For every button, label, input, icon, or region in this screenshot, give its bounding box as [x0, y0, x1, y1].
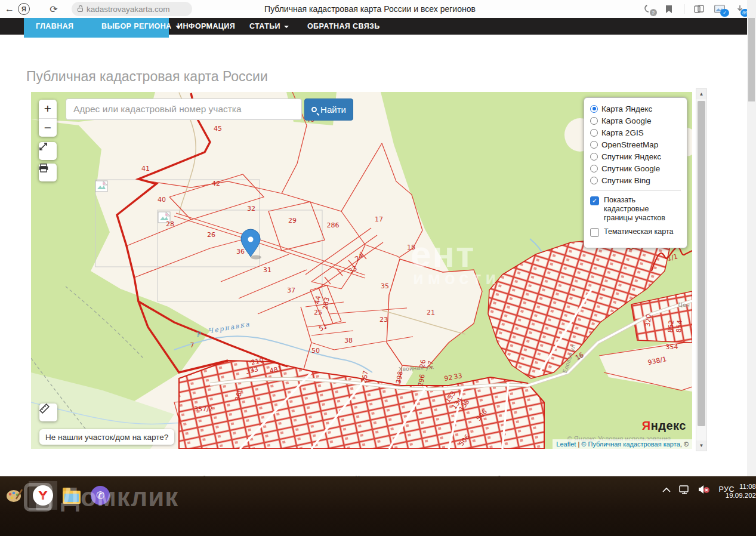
nav-item-info[interactable]: ИНФОРМАЦИЯ: [177, 18, 235, 35]
layers-panel: Карта ЯндексКарта GoogleКарта 2GISOpenSt…: [584, 97, 687, 248]
map-scrollbar[interactable]: ▲ ▼: [696, 88, 707, 451]
parcel-number: 25: [314, 309, 322, 316]
downloads-icon[interactable]: 89: [735, 4, 745, 14]
layer-option[interactable]: OpenStreetMap: [590, 138, 681, 150]
parcel-number: 38: [344, 337, 353, 344]
taskbar-explorer-icon[interactable]: [57, 481, 86, 510]
zoom-control: + −: [39, 100, 57, 137]
url-text: kadastrovayakarta.com: [87, 5, 170, 14]
pkk-link[interactable]: © Публичная кадастровая карта: [581, 440, 680, 448]
print-button[interactable]: [39, 164, 57, 181]
not-found-button[interactable]: Не нашли участок/дом на карте?: [39, 429, 174, 445]
printer-icon: [39, 164, 48, 172]
scroll-down-icon[interactable]: ▼: [696, 440, 706, 451]
parcel-number: 7: [190, 341, 195, 349]
zoom-out-button[interactable]: −: [39, 119, 57, 137]
map-scrollbar-thumb[interactable]: [698, 101, 705, 426]
parcel-number: 32: [247, 205, 255, 212]
radio-icon[interactable]: [590, 141, 598, 149]
screen: ← Я ⟳ kadastrovayakarta.com Публичная ка…: [0, 0, 756, 536]
sync-icon[interactable]: 2: [643, 4, 654, 14]
leaflet-link[interactable]: Leaflet: [556, 440, 576, 448]
layer-option[interactable]: Карта Яндекс: [590, 103, 681, 115]
layer-option[interactable]: Карта 2GIS: [590, 127, 681, 138]
measure-button[interactable]: [39, 403, 57, 421]
page-scrollbar-thumb[interactable]: [748, 18, 755, 101]
taskbar-yandex-browser-icon[interactable]: Y: [29, 481, 57, 510]
radio-icon[interactable]: [590, 105, 598, 113]
sync-badge: 2: [650, 9, 657, 16]
parcel-number: 29: [288, 217, 297, 224]
overlay-option[interactable]: ✓Показать кадастровые границы участков: [590, 196, 681, 223]
layer-label: Спутник Bing: [601, 176, 650, 185]
layer-label: Спутник Google: [601, 164, 660, 173]
parcel-number: 37: [287, 287, 295, 294]
map-attribution: Leaflet | © Публичная кадастровая карта,…: [553, 439, 692, 449]
layer-label: Карта Google: [601, 116, 651, 125]
search-button[interactable]: Найти: [304, 98, 353, 121]
parcel-number: 286: [327, 221, 340, 229]
parcel-number: 31: [263, 266, 271, 274]
overlay-label: Показать кадастровые границы участков: [604, 196, 678, 223]
layer-option[interactable]: Карта Google: [590, 115, 681, 127]
parcel-number: 92: [444, 374, 453, 383]
parcel-number: 354: [666, 343, 678, 351]
search-input[interactable]: [66, 98, 302, 120]
parcel-number: 854: [675, 320, 684, 333]
address-bar[interactable]: kadastrovayakarta.com: [72, 2, 192, 16]
radio-icon[interactable]: [590, 129, 598, 137]
parcel-number: 21: [427, 309, 435, 316]
scroll-up-icon[interactable]: ▲: [696, 89, 706, 99]
radio-icon[interactable]: [590, 117, 598, 125]
tray-chevron-up-icon[interactable]: [662, 487, 671, 492]
parcel-number: 40: [158, 196, 166, 204]
layer-option[interactable]: Спутник Bing: [590, 174, 681, 186]
parcel-number: 320: [644, 314, 653, 327]
screenshot-check-badge: ✓: [720, 9, 729, 17]
extensions-icon[interactable]: [694, 4, 705, 14]
zoom-in-button[interactable]: +: [39, 100, 57, 119]
nav-item-region[interactable]: ВЫБОР РЕГИОНА: [101, 18, 180, 35]
fullscreen-button[interactable]: [39, 142, 57, 160]
radio-icon[interactable]: [590, 165, 598, 172]
taskbar-paint-icon[interactable]: [0, 481, 29, 510]
screenshot-icon[interactable]: ✓: [714, 4, 725, 14]
layer-option[interactable]: Спутник Яндекс: [590, 150, 681, 162]
tray-clock[interactable]: 11:08 19.09.202: [720, 482, 756, 500]
back-icon[interactable]: ←: [2, 2, 17, 16]
taskbar: Y ✆ Домклик РУС 11:08: [0, 476, 756, 536]
map-search: Найти: [66, 98, 353, 121]
overlay-option[interactable]: Тематическая карта: [590, 227, 681, 237]
taskbar-viber-icon[interactable]: ✆: [86, 481, 115, 510]
parcel-number: 45: [214, 125, 222, 133]
nav-item-home[interactable]: ГЛАВНАЯ: [36, 18, 73, 35]
layer-option[interactable]: Спутник Google: [590, 162, 681, 174]
reload-icon[interactable]: ⟳: [47, 2, 61, 16]
nav-item-articles[interactable]: СТАТЬИ: [249, 18, 289, 35]
radio-icon[interactable]: [590, 177, 598, 184]
parcel-number: 17: [375, 215, 383, 223]
panel-divider: [590, 190, 681, 191]
tray-volume-muted-icon[interactable]: [698, 485, 710, 494]
layer-label: Карта 2GIS: [601, 128, 644, 137]
checkbox-icon[interactable]: ✓: [590, 196, 599, 205]
tray-network-icon[interactable]: [679, 485, 690, 494]
parcel-number: 26: [207, 231, 215, 239]
nav-item-feedback[interactable]: ОБРАТНАЯ СВЯЗЬ: [307, 18, 380, 35]
tray-date: 19.09.202: [720, 491, 756, 500]
bookmark-icon[interactable]: [664, 4, 674, 14]
page-scrollbar[interactable]: [747, 0, 756, 476]
parcel-number: 36: [236, 248, 245, 255]
parcel-number: 35: [381, 282, 389, 290]
parcel-number: 23: [379, 316, 388, 324]
layer-label: OpenStreetMap: [601, 140, 658, 149]
radio-icon[interactable]: [590, 153, 598, 161]
ruler-icon: [39, 403, 50, 414]
layer-label: Спутник Яндекс: [601, 152, 661, 161]
overlay-label: Тематическая карта: [604, 227, 673, 236]
map-canvas[interactable]: 4546414240322826292861718363137243344283…: [31, 92, 692, 449]
yandex-browser-icon[interactable]: Я: [18, 3, 30, 15]
checkbox-icon[interactable]: [590, 228, 599, 237]
divider: [684, 4, 684, 14]
tray-time: 11:08: [720, 482, 756, 491]
